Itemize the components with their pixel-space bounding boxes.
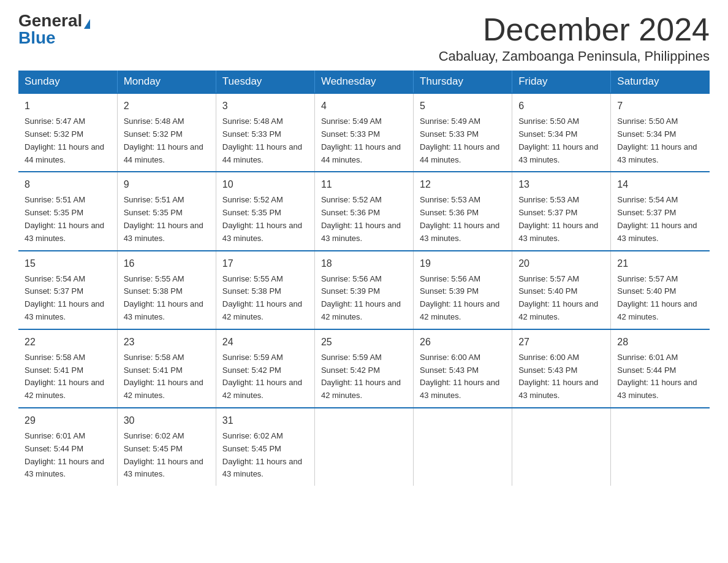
- day-info: Sunrise: 6:00 AMSunset: 5:43 PMDaylight:…: [420, 351, 506, 402]
- header-wednesday: Wednesday: [314, 71, 413, 93]
- day-number: 21: [617, 256, 703, 271]
- day-number: 20: [518, 256, 604, 271]
- calendar-day-cell: 3Sunrise: 5:48 AMSunset: 5:33 PMDaylight…: [216, 93, 314, 172]
- day-number: 15: [25, 256, 111, 271]
- day-info: Sunrise: 5:51 AMSunset: 5:35 PMDaylight:…: [25, 194, 111, 245]
- calendar-day-cell: 28Sunrise: 6:01 AMSunset: 5:44 PMDayligh…: [611, 329, 710, 408]
- day-info: Sunrise: 5:48 AMSunset: 5:32 PMDaylight:…: [124, 115, 210, 166]
- day-info: Sunrise: 5:57 AMSunset: 5:40 PMDaylight:…: [617, 273, 703, 324]
- logo-general-row: General: [18, 12, 90, 29]
- day-info: Sunrise: 5:50 AMSunset: 5:34 PMDaylight:…: [518, 115, 604, 166]
- calendar-table: Sunday Monday Tuesday Wednesday Thursday…: [18, 71, 710, 486]
- day-info: Sunrise: 5:53 AMSunset: 5:37 PMDaylight:…: [518, 194, 604, 245]
- day-info: Sunrise: 5:57 AMSunset: 5:40 PMDaylight:…: [518, 273, 604, 324]
- calendar-day-cell: 22Sunrise: 5:58 AMSunset: 5:41 PMDayligh…: [18, 329, 117, 408]
- day-number: 16: [124, 256, 210, 271]
- day-info: Sunrise: 6:00 AMSunset: 5:43 PMDaylight:…: [518, 351, 604, 402]
- day-info: Sunrise: 5:51 AMSunset: 5:35 PMDaylight:…: [124, 194, 210, 245]
- calendar-day-cell: 24Sunrise: 5:59 AMSunset: 5:42 PMDayligh…: [216, 329, 314, 408]
- day-number: 26: [420, 335, 506, 350]
- header-sunday: Sunday: [18, 71, 117, 93]
- day-info: Sunrise: 6:02 AMSunset: 5:45 PMDaylight:…: [124, 430, 210, 481]
- calendar-day-cell: [314, 408, 413, 486]
- logo-blue-row: Blue: [18, 29, 56, 47]
- day-number: 6: [518, 99, 604, 113]
- header-monday: Monday: [117, 71, 216, 93]
- page-header: General Blue December 2024 Cabaluay, Zam…: [18, 12, 710, 64]
- calendar-day-cell: 1Sunrise: 5:47 AMSunset: 5:32 PMDaylight…: [18, 93, 117, 172]
- day-info: Sunrise: 5:47 AMSunset: 5:32 PMDaylight:…: [25, 115, 111, 166]
- calendar-day-cell: 10Sunrise: 5:52 AMSunset: 5:35 PMDayligh…: [216, 172, 314, 250]
- day-number: 14: [617, 177, 703, 192]
- day-number: 4: [321, 99, 407, 113]
- day-number: 8: [25, 177, 111, 192]
- day-info: Sunrise: 5:59 AMSunset: 5:42 PMDaylight:…: [222, 351, 308, 402]
- calendar-header-row: Sunday Monday Tuesday Wednesday Thursday…: [18, 71, 710, 93]
- logo-triangle-icon: [84, 19, 90, 29]
- calendar-day-cell: 21Sunrise: 5:57 AMSunset: 5:40 PMDayligh…: [611, 251, 710, 329]
- day-number: 28: [617, 335, 703, 350]
- calendar-week-row: 1Sunrise: 5:47 AMSunset: 5:32 PMDaylight…: [18, 93, 710, 172]
- day-info: Sunrise: 5:54 AMSunset: 5:37 PMDaylight:…: [617, 194, 703, 245]
- calendar-day-cell: 23Sunrise: 5:58 AMSunset: 5:41 PMDayligh…: [117, 329, 216, 408]
- day-info: Sunrise: 5:49 AMSunset: 5:33 PMDaylight:…: [420, 115, 506, 166]
- day-info: Sunrise: 5:56 AMSunset: 5:39 PMDaylight:…: [321, 273, 407, 324]
- day-info: Sunrise: 5:53 AMSunset: 5:36 PMDaylight:…: [420, 194, 506, 245]
- header-tuesday: Tuesday: [216, 71, 314, 93]
- calendar-day-cell: 18Sunrise: 5:56 AMSunset: 5:39 PMDayligh…: [314, 251, 413, 329]
- day-number: 22: [25, 335, 111, 350]
- calendar-day-cell: 5Sunrise: 5:49 AMSunset: 5:33 PMDaylight…: [414, 93, 512, 172]
- day-number: 11: [321, 177, 407, 192]
- day-info: Sunrise: 6:02 AMSunset: 5:45 PMDaylight:…: [222, 430, 308, 481]
- calendar-week-row: 29Sunrise: 6:01 AMSunset: 5:44 PMDayligh…: [18, 408, 710, 486]
- day-number: 17: [222, 256, 308, 271]
- calendar-day-cell: 17Sunrise: 5:55 AMSunset: 5:38 PMDayligh…: [216, 251, 314, 329]
- day-number: 3: [222, 99, 308, 113]
- day-number: 5: [420, 99, 506, 113]
- day-info: Sunrise: 6:01 AMSunset: 5:44 PMDaylight:…: [617, 351, 703, 402]
- calendar-day-cell: 2Sunrise: 5:48 AMSunset: 5:32 PMDaylight…: [117, 93, 216, 172]
- day-info: Sunrise: 5:58 AMSunset: 5:41 PMDaylight:…: [25, 351, 111, 402]
- calendar-day-cell: 27Sunrise: 6:00 AMSunset: 5:43 PMDayligh…: [512, 329, 611, 408]
- calendar-day-cell: 26Sunrise: 6:00 AMSunset: 5:43 PMDayligh…: [414, 329, 512, 408]
- calendar-day-cell: 14Sunrise: 5:54 AMSunset: 5:37 PMDayligh…: [611, 172, 710, 250]
- header-thursday: Thursday: [414, 71, 512, 93]
- day-number: 23: [124, 335, 210, 350]
- day-info: Sunrise: 5:50 AMSunset: 5:34 PMDaylight:…: [617, 115, 703, 166]
- calendar-day-cell: 25Sunrise: 5:59 AMSunset: 5:42 PMDayligh…: [314, 329, 413, 408]
- day-info: Sunrise: 5:55 AMSunset: 5:38 PMDaylight:…: [222, 273, 308, 324]
- calendar-day-cell: 31Sunrise: 6:02 AMSunset: 5:45 PMDayligh…: [216, 408, 314, 486]
- day-number: 27: [518, 335, 604, 350]
- day-number: 13: [518, 177, 604, 192]
- calendar-day-cell: [611, 408, 710, 486]
- calendar-week-row: 8Sunrise: 5:51 AMSunset: 5:35 PMDaylight…: [18, 172, 710, 250]
- day-number: 24: [222, 335, 308, 350]
- day-info: Sunrise: 5:59 AMSunset: 5:42 PMDaylight:…: [321, 351, 407, 402]
- calendar-day-cell: 15Sunrise: 5:54 AMSunset: 5:37 PMDayligh…: [18, 251, 117, 329]
- calendar-day-cell: 19Sunrise: 5:56 AMSunset: 5:39 PMDayligh…: [414, 251, 512, 329]
- location-subtitle: Cabaluay, Zamboanga Peninsula, Philippin…: [439, 48, 710, 64]
- calendar-day-cell: 20Sunrise: 5:57 AMSunset: 5:40 PMDayligh…: [512, 251, 611, 329]
- calendar-week-row: 22Sunrise: 5:58 AMSunset: 5:41 PMDayligh…: [18, 329, 710, 408]
- day-info: Sunrise: 5:55 AMSunset: 5:38 PMDaylight:…: [124, 273, 210, 324]
- day-info: Sunrise: 6:01 AMSunset: 5:44 PMDaylight:…: [25, 430, 111, 481]
- calendar-day-cell: 7Sunrise: 5:50 AMSunset: 5:34 PMDaylight…: [611, 93, 710, 172]
- day-number: 1: [25, 99, 111, 113]
- header-saturday: Saturday: [611, 71, 710, 93]
- calendar-day-cell: 12Sunrise: 5:53 AMSunset: 5:36 PMDayligh…: [414, 172, 512, 250]
- month-title: December 2024: [439, 12, 710, 47]
- calendar-day-cell: 29Sunrise: 6:01 AMSunset: 5:44 PMDayligh…: [18, 408, 117, 486]
- day-info: Sunrise: 5:52 AMSunset: 5:36 PMDaylight:…: [321, 194, 407, 245]
- day-info: Sunrise: 5:56 AMSunset: 5:39 PMDaylight:…: [420, 273, 506, 324]
- title-block: December 2024 Cabaluay, Zamboanga Penins…: [439, 12, 710, 64]
- calendar-day-cell: 6Sunrise: 5:50 AMSunset: 5:34 PMDaylight…: [512, 93, 611, 172]
- logo-blue-text: Blue: [18, 28, 56, 47]
- day-number: 19: [420, 256, 506, 271]
- calendar-day-cell: [512, 408, 611, 486]
- day-number: 2: [124, 99, 210, 113]
- calendar-day-cell: [414, 408, 512, 486]
- calendar-week-row: 15Sunrise: 5:54 AMSunset: 5:37 PMDayligh…: [18, 251, 710, 329]
- day-info: Sunrise: 5:48 AMSunset: 5:33 PMDaylight:…: [222, 115, 308, 166]
- logo: General Blue: [18, 12, 90, 47]
- day-number: 30: [124, 413, 210, 428]
